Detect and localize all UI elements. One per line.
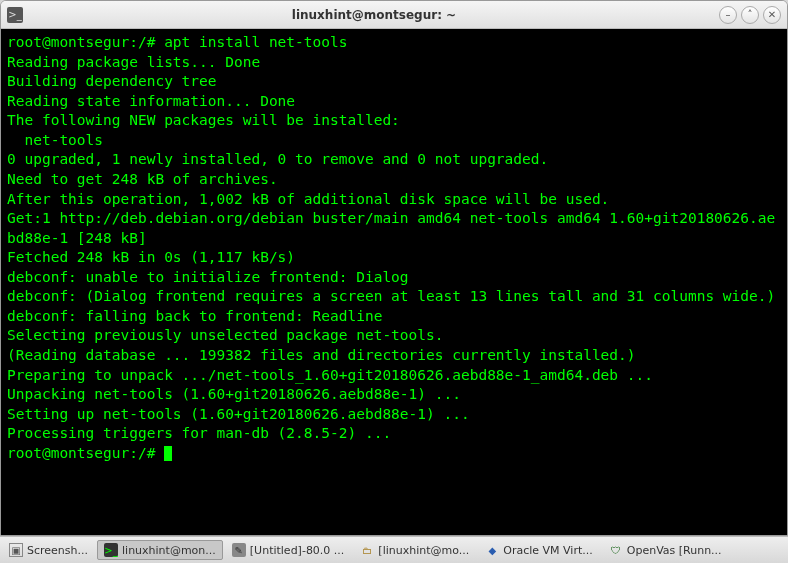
terminal-line: Need to get 248 kB of archives. [7,170,781,190]
terminal-line: Building dependency tree [7,72,781,92]
terminal-line: After this operation, 1,002 kB of additi… [7,190,781,210]
titlebar[interactable]: >_ linuxhint@montsegur: ~ – ˄ ✕ [1,1,787,29]
window-title: linuxhint@montsegur: ~ [29,8,719,22]
taskbar-item[interactable]: ◆Oracle VM Virt... [478,540,599,560]
files-icon: 🗀 [360,543,374,557]
terminal-line: The following NEW packages will be insta… [7,111,781,131]
taskbar-item[interactable]: ✎[Untitled]-80.0 ... [225,540,352,560]
terminal-content[interactable]: root@montsegur:/# apt install net-toolsR… [1,29,787,535]
terminal-window: >_ linuxhint@montsegur: ~ – ˄ ✕ root@mon… [0,0,788,536]
vbox-icon: ◆ [485,543,499,557]
terminal-cursor [164,446,172,461]
terminal-line: debconf: (Dialog frontend requires a scr… [7,287,781,307]
terminal-app-icon: >_ [7,7,23,23]
taskbar-item[interactable]: 🛡OpenVas [Runn... [602,540,729,560]
terminal-line: Get:1 http://deb.debian.org/debian buste… [7,209,781,248]
terminal-line: Processing triggers for man-db (2.8.5-2)… [7,424,781,444]
shot-icon: ▣ [9,543,23,557]
taskbar-item[interactable]: ▣Screensh... [2,540,95,560]
terminal-line: root@montsegur:/# apt install net-tools [7,33,781,53]
terminal-line: Fetched 248 kB in 0s (1,117 kB/s) [7,248,781,268]
terminal-line: root@montsegur:/# [7,444,781,464]
window-controls: – ˄ ✕ [719,6,781,24]
terminal-line: Reading state information... Done [7,92,781,112]
taskbar: ▣Screensh...>_linuxhint@mon...✎[Untitled… [0,536,788,563]
terminal-line: 0 upgraded, 1 newly installed, 0 to remo… [7,150,781,170]
minimize-button[interactable]: – [719,6,737,24]
terminal-line: Setting up net-tools (1.60+git20180626.a… [7,405,781,425]
terminal-line: Selecting previously unselected package … [7,326,781,346]
taskbar-item-label: linuxhint@mon... [122,544,216,557]
taskbar-item-label: OpenVas [Runn... [627,544,722,557]
taskbar-item[interactable]: >_linuxhint@mon... [97,540,223,560]
terminal-line: (Reading database ... 199382 files and d… [7,346,781,366]
taskbar-item-label: Screensh... [27,544,88,557]
close-button[interactable]: ✕ [763,6,781,24]
taskbar-item[interactable]: 🗀[linuxhint@mo... [353,540,476,560]
taskbar-item-label: Oracle VM Virt... [503,544,592,557]
edit-icon: ✎ [232,543,246,557]
terminal-line: debconf: unable to initialize frontend: … [7,268,781,288]
terminal-line: Unpacking net-tools (1.60+git20180626.ae… [7,385,781,405]
terminal-line: Reading package lists... Done [7,53,781,73]
terminal-line: net-tools [7,131,781,151]
maximize-button[interactable]: ˄ [741,6,759,24]
taskbar-item-label: [Untitled]-80.0 ... [250,544,345,557]
taskbar-item-label: [linuxhint@mo... [378,544,469,557]
shield-icon: 🛡 [609,543,623,557]
term-icon: >_ [104,543,118,557]
terminal-line: Preparing to unpack .../net-tools_1.60+g… [7,366,781,386]
terminal-line: debconf: falling back to frontend: Readl… [7,307,781,327]
